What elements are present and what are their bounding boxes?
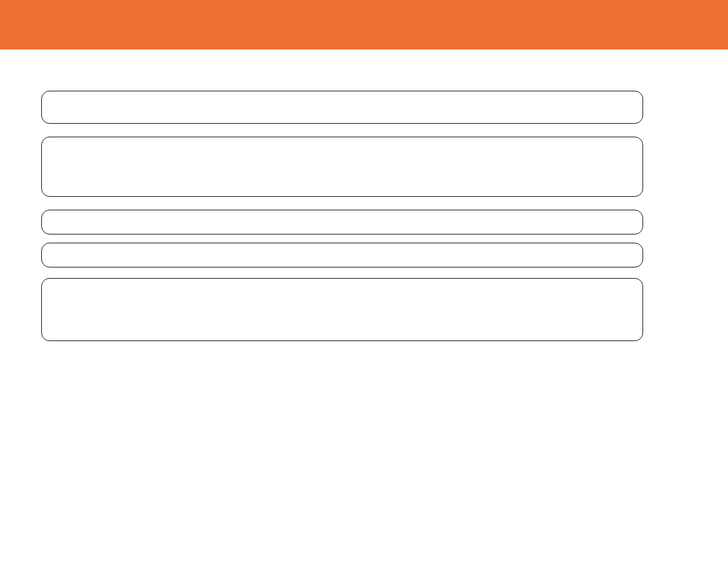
outline-box-3	[41, 210, 643, 234]
outline-box-5	[41, 278, 643, 341]
content-area	[0, 49, 728, 341]
header-bar	[0, 0, 728, 49]
outline-box-2	[41, 137, 643, 197]
outline-box-1	[41, 91, 643, 124]
outline-box-4	[41, 243, 643, 267]
